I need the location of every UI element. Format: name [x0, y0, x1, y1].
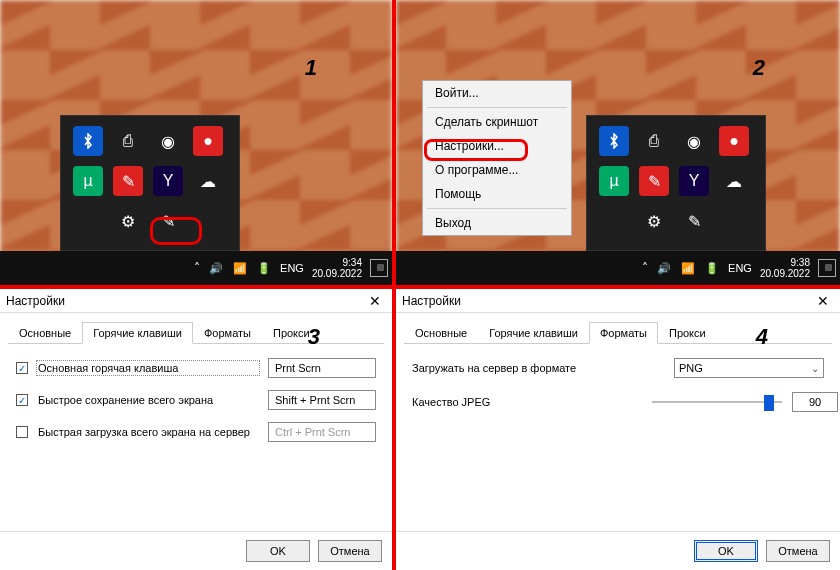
tray-chevron-icon[interactable]: ˄ — [194, 261, 200, 275]
menu-separator — [427, 107, 567, 108]
cloud-icon[interactable]: ☁ — [719, 166, 749, 196]
ok-button[interactable]: OK — [246, 540, 310, 562]
menu-exit[interactable]: Выход — [423, 211, 571, 235]
usb-icon[interactable]: ⎙ — [639, 126, 669, 156]
checkbox-save-hotkey[interactable] — [16, 394, 28, 406]
clock[interactable]: 9:38 20.09.2022 — [760, 257, 810, 279]
tab-proxy[interactable]: Прокси — [658, 322, 717, 344]
sound-icon[interactable]: 🔊 — [656, 260, 672, 276]
select-upload-format[interactable]: PNG ⌄ — [674, 358, 824, 378]
step-number-4: 4 — [756, 324, 768, 350]
time-text: 9:38 — [760, 257, 810, 268]
empty-icon — [73, 206, 103, 236]
empty-icon — [599, 206, 629, 236]
menu-about[interactable]: О программе... — [423, 158, 571, 182]
label-main-hotkey: Основная горячая клавиша — [38, 362, 258, 374]
yandex-icon[interactable]: Y — [153, 166, 183, 196]
input-upload-hotkey[interactable]: Ctrl + Prnt Scrn — [268, 422, 376, 442]
system-tray-popup: ⎙ ◉ ● µ ✎ Y ☁ ⚙ ✎ — [586, 115, 766, 251]
ok-button[interactable]: OK — [694, 540, 758, 562]
dialog-buttons: OK Отмена — [0, 531, 392, 570]
yandex-icon[interactable]: Y — [679, 166, 709, 196]
label-save-hotkey: Быстрое сохранение всего экрана — [38, 394, 258, 406]
taskbar: ˄ 🔊 📶 🔋 ENG 9:38 20.09.2022 — [396, 251, 840, 285]
dialog-title: Настройки — [402, 294, 461, 308]
yandex-disk-icon[interactable]: ✎ — [113, 166, 143, 196]
slider-thumb[interactable] — [764, 395, 774, 411]
step-number-2: 2 — [753, 55, 765, 81]
lang-indicator[interactable]: ENG — [280, 262, 304, 274]
tab-general[interactable]: Основные — [404, 322, 478, 344]
close-icon[interactable]: ✕ — [364, 293, 386, 309]
date-text: 20.09.2022 — [760, 268, 810, 279]
menu-login[interactable]: Войти... — [423, 81, 571, 105]
menu-help[interactable]: Помощь — [423, 182, 571, 206]
lang-indicator[interactable]: ENG — [728, 262, 752, 274]
clock[interactable]: 9:34 20.09.2022 — [312, 257, 362, 279]
dialog-body: Загружать на сервер в формате PNG ⌄ Каче… — [396, 344, 840, 531]
security-icon[interactable]: ◉ — [153, 126, 183, 156]
select-value: PNG — [679, 362, 703, 374]
bluetooth-icon[interactable] — [73, 126, 103, 156]
checkbox-upload-hotkey[interactable] — [16, 426, 28, 438]
lightshot-icon[interactable]: ✎ — [679, 206, 709, 236]
wifi-icon[interactable]: 📶 — [232, 260, 248, 276]
alert-icon[interactable]: ● — [193, 126, 223, 156]
highlight-ring — [424, 139, 528, 161]
highlight-ring — [150, 217, 202, 245]
cloud-icon[interactable]: ☁ — [193, 166, 223, 196]
input-save-hotkey[interactable]: Shift + Prnt Scrn — [268, 390, 376, 410]
taskbar: ˄ 🔊 📶 🔋 ENG 9:34 20.09.2022 — [0, 251, 392, 285]
input-main-hotkey[interactable]: Prnt Scrn — [268, 358, 376, 378]
tab-general[interactable]: Основные — [8, 322, 82, 344]
security-icon[interactable]: ◉ — [679, 126, 709, 156]
titlebar: Настройки ✕ — [0, 289, 392, 313]
dialog-buttons: OK Отмена — [396, 531, 840, 570]
tab-hotkeys[interactable]: Горячие клавиши — [478, 322, 589, 344]
slider-jpeg-quality[interactable] — [652, 392, 782, 412]
menu-screenshot[interactable]: Сделать скриншот — [423, 110, 571, 134]
step-number-1: 1 — [305, 55, 317, 81]
cancel-button[interactable]: Отмена — [318, 540, 382, 562]
tab-formats[interactable]: Форматы — [193, 322, 262, 344]
yandex-disk-icon[interactable]: ✎ — [639, 166, 669, 196]
settings-dialog: Настройки ✕ 4 Основные Горячие клавиши Ф… — [396, 289, 840, 570]
menu-separator — [427, 208, 567, 209]
label-upload-hotkey: Быстрая загрузка всего экрана на сервер — [38, 426, 258, 438]
cancel-button[interactable]: Отмена — [766, 540, 830, 562]
tabs: Основные Горячие клавиши Форматы Прокси — [8, 321, 384, 344]
tab-hotkeys[interactable]: Горячие клавиши — [82, 322, 193, 344]
checkbox-main-hotkey[interactable] — [16, 362, 28, 374]
time-text: 9:34 — [312, 257, 362, 268]
action-center-icon[interactable] — [370, 259, 388, 277]
utorrent-icon[interactable]: µ — [73, 166, 103, 196]
step-number-3: 3 — [308, 324, 320, 350]
close-icon[interactable]: ✕ — [812, 293, 834, 309]
bluetooth-icon[interactable] — [599, 126, 629, 156]
chevron-down-icon: ⌄ — [811, 363, 819, 374]
settings-dialog: Настройки ✕ 3 Основные Горячие клавиши Ф… — [0, 289, 392, 570]
input-jpeg-quality[interactable]: 90 — [792, 392, 838, 412]
settings-icon[interactable]: ⚙ — [113, 206, 143, 236]
dialog-title: Настройки — [6, 294, 65, 308]
label-jpeg-quality: Качество JPEG — [412, 396, 632, 408]
battery-icon[interactable]: 🔋 — [704, 260, 720, 276]
action-center-icon[interactable] — [818, 259, 836, 277]
sound-icon[interactable]: 🔊 — [208, 260, 224, 276]
settings-icon[interactable]: ⚙ — [639, 206, 669, 236]
usb-icon[interactable]: ⎙ — [113, 126, 143, 156]
alert-icon[interactable]: ● — [719, 126, 749, 156]
dialog-body: Основная горячая клавиша Prnt Scrn Быстр… — [0, 344, 392, 531]
battery-icon[interactable]: 🔋 — [256, 260, 272, 276]
label-upload-format: Загружать на сервер в формате — [412, 362, 632, 374]
tab-formats[interactable]: Форматы — [589, 322, 658, 344]
tray-chevron-icon[interactable]: ˄ — [642, 261, 648, 275]
utorrent-icon[interactable]: µ — [599, 166, 629, 196]
wifi-icon[interactable]: 📶 — [680, 260, 696, 276]
titlebar: Настройки ✕ — [396, 289, 840, 313]
date-text: 20.09.2022 — [312, 268, 362, 279]
